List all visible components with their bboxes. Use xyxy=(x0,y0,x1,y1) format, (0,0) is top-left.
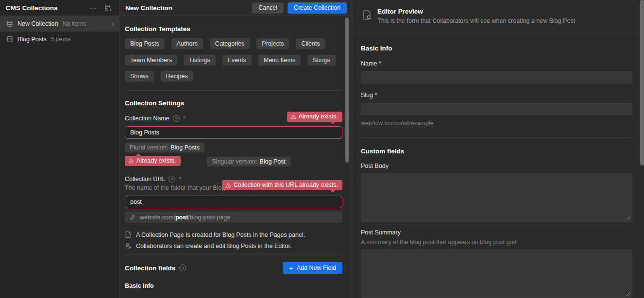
page-icon xyxy=(125,231,132,238)
post-body-textarea[interactable] xyxy=(361,173,632,222)
post-summary-helper: A summary of the blog post that appears … xyxy=(361,239,632,246)
collection-name-label: Collection Name xyxy=(125,115,169,122)
resize-handle-icon[interactable] xyxy=(626,215,630,220)
template-chip-songs[interactable]: Songs xyxy=(307,55,335,66)
tooltip-arrow xyxy=(330,121,336,124)
collection-name-input[interactable] xyxy=(125,126,342,139)
template-chip-events[interactable]: Events xyxy=(222,55,252,66)
required-asterisk: * xyxy=(179,176,181,182)
template-chip-recipes[interactable]: Recipes xyxy=(161,71,193,82)
template-chip-categories[interactable]: Categories xyxy=(210,38,250,49)
tooltip-arrow xyxy=(330,190,336,193)
collection-url-field-group: Collection URL ? * The name of the folde… xyxy=(125,176,342,223)
post-summary-textarea[interactable] xyxy=(361,249,632,298)
template-chip-menu-items[interactable]: Menu Items xyxy=(258,55,301,66)
template-chip-clients[interactable]: Clients xyxy=(296,38,325,49)
template-chip-listings[interactable]: Listings xyxy=(184,55,215,66)
preview-name-input[interactable] xyxy=(361,71,632,83)
collection-settings-heading: Collection Settings xyxy=(125,99,342,107)
section-divider xyxy=(361,137,632,138)
page-search-icon xyxy=(362,9,372,33)
editor-preview-header: Editor Preview This is the form that Col… xyxy=(353,0,644,34)
cms-collections-sidebar: CMS Collections ⋯ New Collection No item… xyxy=(0,0,119,298)
collection-fields-heading: Collection fields xyxy=(125,265,175,272)
warning-icon xyxy=(290,114,296,119)
version-row: Already exists. Singular version: Blog P… xyxy=(125,156,342,166)
section-divider xyxy=(125,90,342,91)
sidebar-item-new-collection[interactable]: New Collection No items › xyxy=(0,16,119,32)
resize-handle-icon[interactable] xyxy=(626,291,630,296)
name-error-tooltip: Already exists. xyxy=(287,112,342,122)
warning-icon xyxy=(128,158,134,164)
plus-icon: + xyxy=(289,265,293,272)
editor-preview-subtitle: This is the form that Collaborators will… xyxy=(377,17,575,24)
chevron-right-icon: › xyxy=(112,20,114,28)
slug-helper-text: webflow.com/post/example xyxy=(361,120,632,127)
right-panel-scrollbar[interactable] xyxy=(640,0,644,166)
create-collection-button[interactable]: Create Collection xyxy=(288,2,347,14)
link-icon xyxy=(130,215,136,220)
middle-panel-scrollbar[interactable] xyxy=(345,17,349,163)
collection-url-input[interactable] xyxy=(125,196,342,208)
template-chip-row: Blog Posts Authors Categories Projects C… xyxy=(125,38,342,49)
panel-header: New Collection Cancel Create Collection xyxy=(119,0,353,16)
url-preview-bar: website.com/post/blog-post-page xyxy=(125,212,342,223)
basic-info-group-label: Basic info xyxy=(125,282,342,289)
basic-info-heading: Basic Info xyxy=(361,45,632,52)
template-chip-team-members[interactable]: Team Members xyxy=(125,55,177,66)
cancel-button[interactable]: Cancel xyxy=(252,2,284,14)
template-chip-shows[interactable]: Shows xyxy=(125,71,154,82)
person-edit-icon xyxy=(125,243,132,249)
post-summary-label: Post Summary xyxy=(361,229,632,236)
collaborators-note: Collaborators can create and edit Blog P… xyxy=(125,243,342,249)
template-chip-projects[interactable]: Projects xyxy=(256,38,289,49)
collection-item-count: No items xyxy=(62,20,86,27)
new-collection-panel: New Collection Cancel Create Collection … xyxy=(119,0,353,298)
section-divider xyxy=(125,254,342,254)
template-chip-authors[interactable]: Authors xyxy=(171,38,203,49)
collection-name-text: New Collection xyxy=(17,20,58,27)
required-asterisk: * xyxy=(183,115,186,122)
help-icon[interactable]: ? xyxy=(169,176,175,182)
collection-url-label: Collection URL xyxy=(125,176,165,182)
sidebar-title: CMS Collections xyxy=(6,4,83,12)
collection-item-count: 5 items xyxy=(51,36,70,43)
name-field-label: Name * xyxy=(361,60,632,67)
template-chip-row: Shows Recipes xyxy=(125,71,342,82)
url-preview-text: website.com/post/blog-post-page xyxy=(140,214,230,221)
sidebar-item-blog-posts[interactable]: Blog Posts 5 items xyxy=(0,32,119,47)
plural-version-pill: Plural version: Blog Posts xyxy=(125,143,204,152)
help-icon[interactable]: ? xyxy=(179,265,186,271)
sidebar-header: CMS Collections ⋯ xyxy=(0,0,119,16)
template-chip-blog-posts[interactable]: Blog Posts xyxy=(125,38,165,49)
singular-version-pill: Singular version: Blog Post xyxy=(207,157,290,166)
sidebar-more-icon[interactable]: ⋯ xyxy=(89,4,97,12)
help-icon[interactable]: ? xyxy=(173,115,180,122)
database-icon xyxy=(6,36,13,43)
template-chip-row: Team Members Listings Events Menu Items … xyxy=(125,55,342,66)
page-title: New Collection xyxy=(125,4,252,12)
collection-templates-heading: Collection Templates xyxy=(125,25,342,33)
collection-fields-header: Collection fields ? + Add New Field xyxy=(125,262,342,274)
editor-preview-panel: Editor Preview This is the form that Col… xyxy=(353,0,644,298)
editor-preview-title: Editor Preview xyxy=(377,8,575,15)
plural-error-badge: Already exists. xyxy=(125,156,181,166)
add-collection-icon[interactable] xyxy=(104,4,112,12)
add-new-field-button[interactable]: + Add New Field xyxy=(283,262,342,274)
webflow-cms-panel: CMS Collections ⋯ New Collection No item… xyxy=(0,0,644,298)
tooltip-arrow xyxy=(136,153,141,156)
custom-fields-heading: Custom fields xyxy=(361,148,632,155)
url-error-tooltip: Collection with this URL already exists. xyxy=(222,180,342,190)
slug-field-label: Slug * xyxy=(361,92,632,99)
warning-icon xyxy=(225,182,231,188)
collection-page-note: A Collection Page is created for Blog Po… xyxy=(125,231,342,238)
collection-name-text: Blog Posts xyxy=(17,36,47,43)
preview-slug-input[interactable] xyxy=(361,103,632,115)
database-icon xyxy=(6,20,13,27)
collection-name-field-group: Collection Name ? * Already exists. xyxy=(125,115,342,139)
post-body-label: Post Body xyxy=(361,163,632,169)
